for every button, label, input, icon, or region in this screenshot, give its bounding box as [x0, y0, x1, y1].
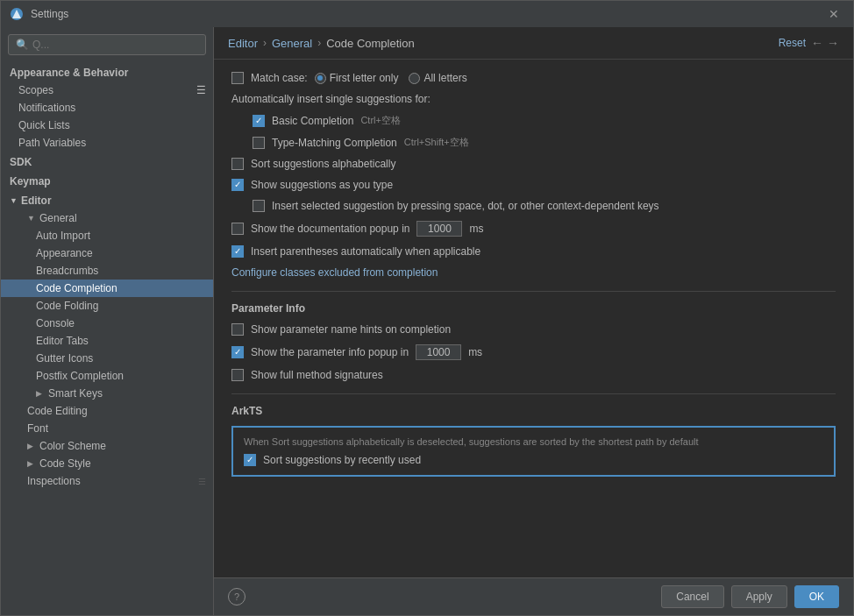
breadcrumb-editor[interactable]: Editor	[228, 37, 258, 50]
sort-recently-used-checkbox[interactable]	[244, 454, 256, 466]
sidebar-item-code-style[interactable]: ▶ Code Style	[1, 455, 213, 472]
breadcrumb-nav: ← →	[811, 36, 839, 50]
radio-group-letters: First letter only All letters	[315, 72, 467, 84]
show-full-signatures-row: Show full method signatures	[231, 369, 836, 381]
configure-link[interactable]: Configure classes excluded from completi…	[231, 266, 438, 279]
sidebar-item-label: Console	[36, 317, 75, 329]
divider2	[231, 393, 836, 394]
nav-forward-button[interactable]: →	[827, 36, 839, 50]
param-info-section-title: Parameter Info	[231, 302, 836, 315]
collapse-arrow-editor: ▼	[10, 196, 18, 205]
sidebar-item-breadcrumbs[interactable]: Breadcrumbs	[1, 262, 213, 280]
show-param-popup-checkbox[interactable]	[231, 346, 244, 358]
sidebar-item-label: Color Scheme	[39, 440, 106, 452]
sidebar-item-appearance[interactable]: Appearance	[1, 244, 213, 262]
ok-button[interactable]: OK	[794, 585, 839, 608]
radio-label-all: All letters	[423, 72, 466, 84]
radio-first-letter[interactable]: First letter only	[315, 72, 399, 84]
sort-alpha-checkbox[interactable]	[231, 158, 244, 170]
sidebar-item-scopes[interactable]: Scopes ☰	[1, 81, 213, 99]
sidebar-item-console[interactable]: Console	[1, 315, 213, 332]
sidebar-section-appearance-behavior: Appearance & Behavior	[1, 62, 213, 81]
apply-button[interactable]: Apply	[731, 585, 787, 608]
sidebar-item-smart-keys[interactable]: ▶ Smart Keys	[1, 385, 213, 402]
reset-button[interactable]: Reset	[779, 37, 806, 49]
sidebar-item-code-editing[interactable]: Code Editing	[1, 402, 213, 420]
doc-popup-ms-label: ms	[469, 223, 483, 235]
title-bar-text: Settings	[31, 8, 68, 20]
sidebar-item-label: Code Folding	[36, 300, 98, 312]
sidebar-item-label: General	[39, 212, 77, 224]
title-bar: Settings ✕	[1, 1, 853, 27]
type-matching-row: Type-Matching Completion Ctrl+Shift+空格	[231, 136, 836, 149]
show-suggestions-row: Show suggestions as you type	[231, 179, 836, 191]
sidebar-item-label: Notifications	[18, 102, 75, 114]
divider1	[231, 291, 836, 292]
breadcrumb: Editor › General › Code Completion Reset…	[214, 27, 853, 60]
search-box[interactable]: 🔍	[8, 34, 206, 55]
type-matching-shortcut: Ctrl+Shift+空格	[404, 136, 469, 149]
doc-popup-ms-input[interactable]	[416, 221, 462, 237]
sidebar-item-label: Appearance	[36, 247, 93, 259]
sidebar-item-quick-lists[interactable]: Quick Lists	[1, 117, 213, 134]
sidebar-item-font[interactable]: Font	[1, 420, 213, 437]
insert-parens-checkbox[interactable]	[231, 245, 244, 258]
basic-completion-checkbox[interactable]	[253, 115, 265, 127]
insert-selected-checkbox[interactable]	[253, 200, 265, 212]
sidebar-item-label: Code Style	[39, 457, 91, 470]
sidebar-item-path-variables[interactable]: Path Variables	[1, 134, 213, 152]
auto-insert-row: Automatically insert single suggestions …	[231, 93, 836, 105]
arkts-description: When Sort suggestions alphabetically is …	[244, 436, 823, 447]
match-case-row: Match case: First letter only All letter…	[231, 72, 836, 84]
match-case-checkbox[interactable]	[231, 72, 244, 84]
radio-label-first: First letter only	[330, 72, 399, 84]
radio-all-letters[interactable]: All letters	[409, 72, 466, 84]
sidebar-item-label: Path Variables	[18, 137, 86, 149]
insert-parens-label: Insert parentheses automatically when ap…	[251, 245, 480, 258]
param-popup-ms-label: ms	[468, 346, 482, 358]
sidebar-section-keymap: Keymap	[1, 171, 213, 190]
settings-content: Match case: First letter only All letter…	[214, 60, 853, 577]
breadcrumb-general[interactable]: General	[272, 37, 312, 50]
sidebar-item-editor-tabs[interactable]: Editor Tabs	[1, 332, 213, 350]
main-content: 🔍 Appearance & Behavior Scopes ☰ Notific…	[1, 27, 853, 615]
sidebar-section-sdk: SDK	[1, 152, 213, 171]
show-full-signatures-checkbox[interactable]	[231, 369, 244, 381]
radio-btn-all[interactable]	[409, 73, 420, 84]
nav-back-button[interactable]: ←	[811, 36, 823, 50]
sidebar-item-code-completion[interactable]: Code Completion	[1, 280, 213, 297]
sidebar-item-general[interactable]: ▼ General	[1, 209, 213, 227]
basic-completion-label: Basic Completion	[272, 115, 353, 127]
breadcrumb-sep2: ›	[317, 37, 321, 49]
collapse-arrow-smart-keys: ▶	[36, 389, 45, 398]
sort-alpha-label: Sort suggestions alphabetically	[251, 158, 395, 170]
sidebar-item-code-folding[interactable]: Code Folding	[1, 297, 213, 315]
radio-btn-first[interactable]	[315, 73, 326, 84]
sidebar-item-inspections[interactable]: Inspections ☰	[1, 472, 213, 490]
close-button[interactable]: ✕	[823, 5, 844, 23]
cancel-button[interactable]: Cancel	[661, 585, 723, 608]
sidebar-item-color-scheme[interactable]: ▶ Color Scheme	[1, 437, 213, 455]
sidebar-item-gutter-icons[interactable]: Gutter Icons	[1, 350, 213, 367]
match-case-label: Match case:	[251, 72, 308, 84]
show-suggestions-checkbox[interactable]	[231, 179, 244, 191]
sidebar-item-postfix-completion[interactable]: Postfix Completion	[1, 367, 213, 385]
app-icon	[10, 7, 24, 21]
basic-completion-shortcut: Ctrl+空格	[360, 114, 401, 127]
settings-window: Settings ✕ 🔍 Appearance & Behavior Scope…	[0, 0, 854, 616]
sidebar-item-auto-import[interactable]: Auto Import	[1, 227, 213, 244]
help-button[interactable]: ?	[228, 588, 246, 605]
sidebar-item-label: Breadcrumbs	[36, 265, 98, 277]
sidebar: 🔍 Appearance & Behavior Scopes ☰ Notific…	[1, 27, 214, 615]
sidebar-item-notifications[interactable]: Notifications	[1, 99, 213, 117]
type-matching-checkbox[interactable]	[253, 137, 265, 149]
breadcrumb-current: Code Completion	[326, 37, 414, 50]
show-doc-popup-checkbox[interactable]	[231, 223, 244, 235]
arkts-box: When Sort suggestions alphabetically is …	[231, 426, 836, 477]
type-matching-label: Type-Matching Completion	[272, 137, 397, 149]
scroll-indicator-scopes: ☰	[196, 84, 206, 96]
insert-parens-row: Insert parentheses automatically when ap…	[231, 245, 836, 258]
search-input[interactable]	[32, 39, 198, 51]
show-param-hints-checkbox[interactable]	[231, 323, 244, 336]
param-popup-ms-input[interactable]	[416, 344, 461, 360]
